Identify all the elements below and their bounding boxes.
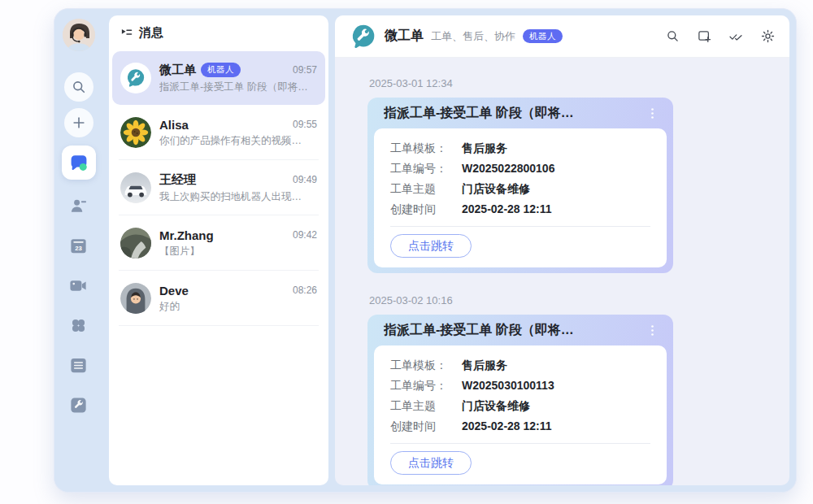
left-rail: 23: [54, 9, 102, 492]
conversation-preview: 你们的产品操作有相关的视频…: [159, 134, 317, 148]
field-value: W2025030100113: [462, 376, 554, 396]
sunflower-avatar: [120, 117, 151, 148]
road-photo-avatar: [120, 228, 151, 259]
conversation-deve[interactable]: Deve 08:26 好的: [109, 271, 328, 326]
field-row: 工单模板： 售后服务: [390, 138, 650, 159]
field-value: 2025-02-28 12:11: [462, 199, 552, 219]
conversation-name: Mr.Zhang: [159, 228, 214, 242]
work-order-card: 指派工单-接受工单 阶段（即将… 工单模板： 售后服务: [367, 98, 673, 273]
video-camera-icon: [69, 276, 88, 295]
field-value: 门店设备维修: [462, 179, 530, 199]
chat-panel: 微工单 工单、售后、协作 机器人: [335, 15, 789, 485]
field-label: 工单模板：: [390, 355, 450, 376]
field-label: 创建时间: [390, 416, 450, 437]
chat-search-button[interactable]: [665, 29, 680, 44]
chat-subtitle: 工单、售后、协作: [431, 29, 515, 44]
woman-headset-avatar-image: [63, 19, 95, 51]
robot-badge: 机器人: [523, 29, 563, 44]
rail-tab-calendar[interactable]: 23: [69, 236, 89, 255]
conversation-mrzhang[interactable]: Mr.Zhang 09:42 【图片】: [109, 215, 328, 271]
conversation-time: 09:42: [293, 229, 317, 241]
field-row: 创建时间 2025-02-28 12:11: [390, 416, 650, 437]
conversation-time: 09:49: [293, 174, 317, 185]
user-avatar[interactable]: [63, 19, 95, 51]
chat-bubble-icon: [69, 153, 89, 172]
field-row: 创建时间 2025-02-28 12:11: [390, 199, 650, 219]
conversation-name: Deve: [159, 284, 189, 298]
rail-tab-apps[interactable]: [69, 315, 89, 335]
vertical-dots-icon: [650, 324, 654, 337]
settings-button[interactable]: [760, 29, 775, 44]
card-title: 指派工单-接受工单 阶段（即将…: [384, 322, 574, 339]
conversation-weigongdan[interactable]: 微工单 机器人 09:57 指派工单-接受工单 阶段（即将…: [112, 51, 325, 105]
conversation-preview: 好的: [159, 300, 317, 314]
rail-tab-messenger[interactable]: [62, 146, 96, 180]
rail-tab-approval-list[interactable]: [69, 355, 89, 375]
chat-action-bar: [665, 29, 775, 44]
message-timestamp: 2025-03-01 12:34: [369, 77, 757, 89]
message-list-panel: 消息 微工单 机器人 09:57 指派工单-接受工单 阶段（即将…: [109, 15, 328, 485]
message-filter-icon[interactable]: [120, 27, 133, 39]
field-value: 门店设备维修: [462, 396, 530, 416]
rail-tab-work-order[interactable]: [69, 395, 89, 415]
rail-tab-contacts[interactable]: [69, 196, 89, 215]
field-value: 售后服务: [462, 138, 507, 159]
double-check-icon: [728, 29, 743, 43]
field-label: 工单主题: [390, 179, 450, 199]
message-group: 2025-03-01 12:34 指派工单-接受工单 阶段（即将…: [367, 77, 757, 273]
rail-tab-video[interactable]: [69, 276, 89, 295]
field-row: 工单主题 门店设备维修: [390, 179, 650, 199]
chat-message-area: 2025-03-01 12:34 指派工单-接受工单 阶段（即将…: [335, 58, 789, 485]
conversation-preview: 我上次购买的扫地机器人出现…: [159, 190, 317, 204]
rail-nav-icons: 23: [69, 196, 89, 415]
gear-icon: [761, 29, 775, 43]
list-icon: [69, 356, 88, 375]
apps-clover-icon: [69, 316, 88, 335]
svg-text:23: 23: [75, 244, 82, 251]
conversation-name: Alisa: [159, 118, 189, 132]
field-label: 工单模板：: [390, 138, 450, 159]
card-more-menu-button[interactable]: [648, 106, 656, 119]
field-row: 工单主题 门店设备维修: [390, 396, 650, 416]
mark-all-read-button[interactable]: [728, 29, 743, 44]
conversation-name: 王经理: [159, 172, 196, 188]
rail-create-button[interactable]: [64, 108, 93, 137]
contacts-icon: [69, 197, 88, 215]
calendar-icon: 23: [69, 237, 88, 255]
field-row: 工单模板： 售后服务: [390, 355, 650, 376]
conversation-name: 微工单: [159, 63, 196, 78]
field-value: 售后服务: [462, 355, 507, 376]
vertical-dots-icon: [650, 107, 654, 119]
field-label: 工单主题: [390, 396, 450, 416]
conversation-alisa[interactable]: Alisa 09:55 你们的产品操作有相关的视频…: [109, 105, 328, 160]
wrench-app-icon: [69, 396, 88, 415]
card-more-menu-button[interactable]: [648, 324, 656, 337]
field-value: 2025-02-28 12:11: [462, 416, 552, 437]
chat-avatar-wrench-pin-logo: [350, 23, 377, 50]
work-order-card: 指派工单-接受工单 阶段（即将… 工单模板： 售后服务: [367, 315, 673, 485]
card-divider: [390, 226, 650, 227]
field-row: 工单编号： W2025030100113: [390, 376, 650, 396]
conversation-time: 08:26: [293, 285, 317, 296]
jump-button[interactable]: 点击跳转: [390, 451, 472, 475]
card-divider: [390, 443, 650, 444]
add-to-new-window-button[interactable]: [697, 29, 711, 44]
conversation-time: 09:57: [293, 64, 317, 76]
app-window: 23: [54, 8, 797, 493]
chat-header: 微工单 工单、售后、协作 机器人: [335, 15, 789, 58]
wrench-pin-logo-avatar: [120, 63, 151, 93]
field-label: 工单编号：: [390, 376, 450, 396]
card-title: 指派工单-接受工单 阶段（即将…: [384, 105, 574, 122]
conversation-preview: 【图片】: [159, 245, 317, 259]
rail-search-button[interactable]: [64, 72, 93, 102]
chat-title: 微工单: [385, 28, 424, 45]
conversation-wangjingli[interactable]: 王经理 09:49 我上次购买的扫地机器人出现…: [109, 160, 328, 215]
conversation-time: 09:55: [293, 119, 317, 130]
search-icon: [72, 80, 86, 94]
message-list-title: 消息: [139, 25, 163, 41]
jump-button[interactable]: 点击跳转: [390, 234, 472, 258]
message-list-header: 消息: [109, 15, 328, 50]
search-icon: [666, 29, 680, 43]
conversation-preview: 指派工单-接受工单 阶段（即将…: [159, 80, 317, 94]
field-value: W2025022800106: [462, 159, 554, 179]
